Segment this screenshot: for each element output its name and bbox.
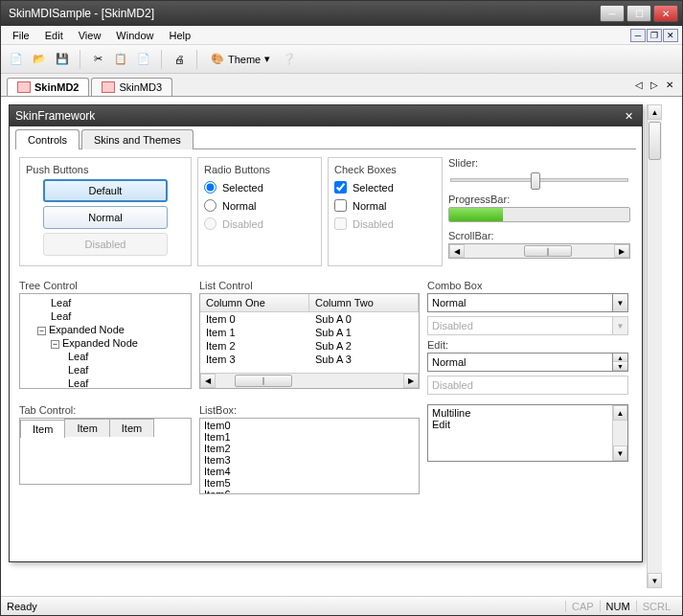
radio-normal[interactable]: Normal bbox=[204, 199, 315, 212]
radio-selected[interactable]: Selected bbox=[204, 181, 315, 194]
checkbox-input[interactable] bbox=[334, 199, 347, 212]
help-icon[interactable]: ❔ bbox=[280, 50, 299, 69]
menu-file[interactable]: File bbox=[5, 28, 37, 43]
combo-normal[interactable]: Normal▼ bbox=[427, 293, 628, 312]
list-hscroll[interactable]: ◀ ∥ ▶ bbox=[200, 373, 419, 388]
list-item[interactable]: Item6 bbox=[201, 489, 418, 494]
slider-label: Slider: bbox=[448, 157, 630, 169]
listbox[interactable]: Item0 Item1 Item2 Item3 Item4 Item5 Item… bbox=[199, 418, 420, 494]
tree-leaf[interactable]: Leaf bbox=[22, 363, 189, 376]
tree-leaf[interactable]: Leaf bbox=[22, 309, 189, 323]
scroll-thumb[interactable] bbox=[649, 122, 661, 160]
scroll-thumb[interactable]: ∥ bbox=[235, 375, 292, 387]
edit-text: Disabled bbox=[428, 379, 627, 391]
spin-down-icon[interactable]: ▼ bbox=[613, 362, 627, 371]
menu-help[interactable]: Help bbox=[161, 28, 198, 43]
checkbox-input bbox=[334, 217, 347, 230]
slider-thumb[interactable] bbox=[531, 172, 540, 190]
vertical-scrollbar[interactable]: ▲ ▼ bbox=[612, 405, 627, 461]
radio-input[interactable] bbox=[204, 199, 216, 212]
scroll-right-icon[interactable]: ▶ bbox=[403, 374, 419, 388]
menu-view[interactable]: View bbox=[71, 28, 109, 43]
mdi-restore-button[interactable]: ❐ bbox=[647, 29, 662, 42]
tree-leaf[interactable]: Leaf bbox=[22, 350, 189, 363]
doc-tab-skinmd2[interactable]: SkinMD2 bbox=[7, 78, 89, 96]
tab-controls[interactable]: Controls bbox=[15, 129, 80, 149]
tree-leaf[interactable]: Leaf bbox=[22, 376, 189, 389]
mdi-close-button[interactable]: ✕ bbox=[663, 29, 678, 42]
new-file-icon[interactable]: 📄 bbox=[7, 50, 26, 69]
edit-normal[interactable]: Normal▲▼ bbox=[427, 353, 628, 372]
minimize-button[interactable]: ─ bbox=[600, 5, 625, 22]
cut-icon[interactable]: ✂ bbox=[88, 50, 107, 69]
scroll-down-icon[interactable]: ▼ bbox=[648, 573, 662, 588]
scroll-right-icon[interactable]: ▶ bbox=[614, 244, 629, 258]
list-control[interactable]: Column One Column Two Item 0Sub A 0 Item… bbox=[199, 293, 420, 389]
checkbox-input[interactable] bbox=[334, 181, 347, 194]
multiline-edit[interactable]: Multiline Edit ▲ ▼ bbox=[427, 404, 628, 462]
tab-skins-themes[interactable]: Skins and Themes bbox=[81, 129, 194, 149]
scroll-track[interactable]: ∥ bbox=[465, 244, 614, 258]
save-icon[interactable]: 💾 bbox=[53, 50, 72, 69]
tab-close-icon[interactable]: ✕ bbox=[663, 78, 676, 91]
collapse-icon[interactable]: − bbox=[37, 327, 46, 335]
spin-up-icon[interactable]: ▲ bbox=[613, 354, 627, 362]
tab-item[interactable]: Item bbox=[64, 419, 109, 437]
check-normal[interactable]: Normal bbox=[334, 199, 436, 212]
horizontal-scrollbar[interactable]: ◀ ∥ ▶ bbox=[448, 243, 630, 259]
tree-node[interactable]: −Expanded Node bbox=[22, 336, 189, 350]
list-row[interactable]: Item 0Sub A 0 bbox=[200, 312, 419, 326]
paste-icon[interactable]: 📄 bbox=[134, 50, 153, 69]
tree-node[interactable]: −Expanded Node bbox=[22, 323, 189, 336]
mdi-minimize-button[interactable]: ─ bbox=[630, 29, 646, 42]
menu-edit[interactable]: Edit bbox=[37, 28, 71, 43]
list-item[interactable]: Item1 bbox=[201, 431, 418, 443]
collapse-icon[interactable]: − bbox=[51, 340, 59, 349]
scroll-up-icon[interactable]: ▲ bbox=[648, 104, 662, 120]
normal-button[interactable]: Normal bbox=[43, 206, 168, 229]
radio-input[interactable] bbox=[204, 181, 216, 194]
close-button[interactable]: ✕ bbox=[653, 5, 678, 22]
chevron-down-icon[interactable]: ▼ bbox=[612, 294, 627, 311]
child-close-button[interactable]: ✕ bbox=[621, 109, 636, 123]
scroll-track[interactable] bbox=[648, 120, 662, 573]
menu-window[interactable]: Window bbox=[108, 28, 161, 43]
list-row[interactable]: Item 3Sub A 3 bbox=[200, 353, 419, 366]
progress-fill bbox=[449, 208, 503, 221]
tab-next-icon[interactable]: ▷ bbox=[648, 78, 661, 91]
scroll-track[interactable] bbox=[613, 421, 627, 445]
print-icon[interactable]: 🖨 bbox=[170, 50, 189, 69]
scroll-up-icon[interactable]: ▲ bbox=[613, 405, 627, 421]
statusbar: Ready CAP NUM SCRL bbox=[1, 596, 682, 615]
list-row[interactable]: Item 2Sub A 2 bbox=[200, 339, 419, 353]
scroll-track[interactable]: ∥ bbox=[216, 374, 403, 388]
tab-prev-icon[interactable]: ◁ bbox=[632, 78, 646, 91]
theme-dropdown[interactable]: 🎨 Theme ▾ bbox=[205, 51, 276, 67]
tree-control[interactable]: Leaf Leaf −Expanded Node −Expanded Node … bbox=[19, 293, 192, 389]
list-item[interactable]: Item0 bbox=[201, 420, 418, 431]
scroll-thumb[interactable]: ∥ bbox=[524, 245, 572, 257]
default-button[interactable]: Default bbox=[43, 179, 168, 202]
spin-control[interactable]: ▲▼ bbox=[612, 354, 627, 371]
list-row[interactable]: Item 1Sub A 1 bbox=[200, 326, 419, 339]
list-body[interactable]: Item 0Sub A 0 Item 1Sub A 1 Item 2Sub A … bbox=[200, 312, 419, 373]
mdi-vertical-scrollbar[interactable]: ▲ ▼ bbox=[647, 104, 662, 588]
open-file-icon[interactable]: 📂 bbox=[30, 50, 49, 69]
scroll-down-icon[interactable]: ▼ bbox=[613, 445, 627, 461]
list-item[interactable]: Item3 bbox=[201, 454, 418, 466]
list-item[interactable]: Item4 bbox=[201, 466, 418, 477]
maximize-button[interactable]: ☐ bbox=[626, 5, 651, 22]
check-selected[interactable]: Selected bbox=[334, 181, 436, 194]
tree-leaf[interactable]: Leaf bbox=[22, 296, 189, 309]
list-item[interactable]: Item5 bbox=[201, 477, 418, 489]
copy-icon[interactable]: 📋 bbox=[111, 50, 130, 69]
doc-tab-skinmd3[interactable]: SkinMD3 bbox=[91, 78, 172, 96]
column-header-two[interactable]: Column Two bbox=[309, 294, 419, 311]
tab-item[interactable]: Item bbox=[20, 420, 65, 438]
slider[interactable] bbox=[450, 178, 628, 182]
column-header-one[interactable]: Column One bbox=[200, 294, 309, 311]
scroll-left-icon[interactable]: ◀ bbox=[449, 244, 465, 258]
tab-item[interactable]: Item bbox=[109, 419, 154, 437]
list-item[interactable]: Item2 bbox=[201, 443, 418, 454]
scroll-left-icon[interactable]: ◀ bbox=[200, 374, 216, 388]
